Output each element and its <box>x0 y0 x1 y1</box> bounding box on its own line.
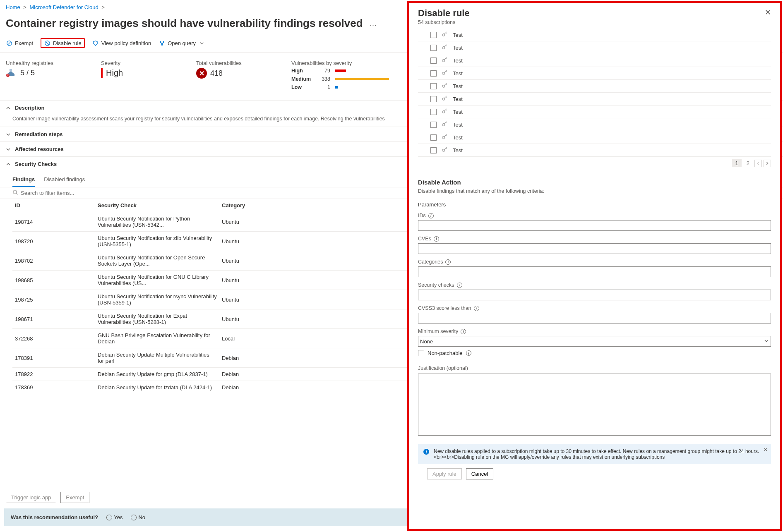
subscription-row[interactable]: Test <box>418 118 771 131</box>
high-bar <box>335 69 346 72</box>
table-cell: 198702 <box>12 251 95 271</box>
dismiss-icon[interactable]: ✕ <box>764 447 768 453</box>
checkbox-icon[interactable] <box>418 350 424 356</box>
checkbox-icon[interactable] <box>430 96 437 102</box>
checkbox-icon[interactable] <box>430 109 437 115</box>
non-patchable-row[interactable]: Non-patchable i <box>418 350 771 356</box>
checkbox-icon[interactable] <box>430 134 437 141</box>
svg-line-16 <box>446 33 447 34</box>
subscription-row[interactable]: Test <box>418 105 771 118</box>
severity-label: Severity <box>101 60 163 66</box>
search-input[interactable] <box>21 190 145 196</box>
exempt-label: Exempt <box>15 40 33 46</box>
security-checks-input[interactable] <box>418 290 771 300</box>
checkbox-icon[interactable] <box>430 147 437 153</box>
info-icon[interactable]: i <box>474 306 479 311</box>
page-2[interactable]: 2 <box>743 159 753 167</box>
disable-action-desc: Disable findings that match any of the f… <box>418 188 771 194</box>
more-actions-button[interactable]: … <box>370 19 378 28</box>
high-label: High <box>291 68 313 74</box>
checkbox-icon[interactable] <box>430 83 437 89</box>
table-cell: 198714 <box>12 212 95 232</box>
svg-line-22 <box>446 58 447 59</box>
medium-label: Medium <box>291 76 313 82</box>
svg-line-25 <box>446 71 447 72</box>
cvss-input[interactable] <box>418 313 771 324</box>
severity-value: High <box>101 68 163 78</box>
cves-input[interactable] <box>418 243 771 254</box>
parameters-label: Parameters <box>418 201 771 208</box>
vsev-medium-row: Medium 338 <box>291 76 389 82</box>
checkbox-icon[interactable] <box>430 58 437 64</box>
checkbox-icon[interactable] <box>430 70 437 77</box>
apply-rule-button[interactable]: Apply rule <box>427 468 462 479</box>
next-page-icon[interactable] <box>764 160 771 167</box>
svg-line-40 <box>446 135 447 136</box>
subscription-row[interactable]: Test <box>418 80 771 93</box>
info-icon[interactable]: i <box>466 350 471 356</box>
ids-input[interactable] <box>418 220 771 231</box>
subscription-row[interactable]: Test <box>418 131 771 144</box>
key-icon <box>442 95 448 103</box>
table-cell: GNU Bash Privilege Escalation Vulnerabil… <box>95 329 219 348</box>
col-id[interactable]: ID <box>12 199 95 212</box>
description-title: Description <box>15 105 45 111</box>
categories-input[interactable] <box>418 266 771 277</box>
checkbox-icon[interactable] <box>430 32 437 38</box>
breadcrumb-home[interactable]: Home <box>6 4 20 10</box>
security-checks-title: Security Checks <box>15 161 57 167</box>
breadcrumb-defender[interactable]: Microsoft Defender for Cloud <box>30 4 98 10</box>
exempt-bottom-button[interactable]: Exempt <box>60 492 89 503</box>
subscription-row[interactable]: Test <box>418 93 771 105</box>
low-label: Low <box>291 84 313 90</box>
subscription-row[interactable]: Test <box>418 41 771 54</box>
subscription-row[interactable]: Test <box>418 54 771 67</box>
svg-line-28 <box>446 84 447 85</box>
feedback-yes[interactable]: Yes <box>106 514 122 520</box>
tab-disabled-findings[interactable]: Disabled findings <box>44 174 85 187</box>
info-icon[interactable]: i <box>457 283 462 288</box>
feedback-no[interactable]: No <box>131 514 145 520</box>
feedback-question: Was this recommendation useful? <box>11 514 98 520</box>
subscription-row[interactable]: Test <box>418 29 771 41</box>
info-icon[interactable]: i <box>434 236 439 242</box>
subscription-name: Test <box>453 147 463 153</box>
categories-label: Categoriesi <box>418 259 771 265</box>
key-icon <box>442 57 448 64</box>
tab-findings[interactable]: Findings <box>12 174 35 187</box>
close-icon[interactable]: ✕ <box>765 8 771 17</box>
open-query-button[interactable]: Open query <box>159 40 205 46</box>
subscription-row[interactable]: Test <box>418 144 771 157</box>
subscription-name: Test <box>453 96 463 102</box>
vsev-low-row: Low 1 <box>291 84 389 90</box>
prev-page-icon[interactable] <box>754 160 762 167</box>
trigger-logic-app-button[interactable]: Trigger logic app <box>6 492 56 503</box>
table-cell: 178369 <box>12 381 95 394</box>
exempt-button[interactable]: Exempt <box>6 40 33 46</box>
min-severity-select[interactable]: None <box>418 336 771 347</box>
min-severity-label: Minimum severityi <box>418 328 771 334</box>
info-icon[interactable]: i <box>461 329 466 334</box>
checkbox-icon[interactable] <box>430 122 437 128</box>
subscription-row[interactable]: Test <box>418 67 771 80</box>
disable-action-title: Disable Action <box>418 179 771 186</box>
low-bar <box>335 86 338 89</box>
total-value: 418 <box>210 69 223 78</box>
info-icon[interactable]: i <box>445 259 451 265</box>
metric-vuln-by-severity: Vulnerabilities by severity High 79 Medi… <box>291 60 389 93</box>
info-icon[interactable]: i <box>428 213 434 218</box>
view-policy-button[interactable]: View policy definition <box>92 40 151 46</box>
key-icon <box>442 134 448 141</box>
table-cell: 198720 <box>12 232 95 251</box>
feedback-yes-label: Yes <box>114 514 122 520</box>
ids-label: IDsi <box>418 213 771 218</box>
col-security-check[interactable]: Security Check <box>95 199 219 212</box>
checkbox-icon[interactable] <box>430 45 437 51</box>
justification-textarea[interactable] <box>418 374 771 436</box>
page-1[interactable]: 1 <box>732 159 742 167</box>
disable-rule-button[interactable]: Disable rule <box>41 38 85 48</box>
key-icon <box>442 82 448 90</box>
svg-line-37 <box>446 122 447 123</box>
cancel-button[interactable]: Cancel <box>466 468 493 479</box>
search-icon <box>12 189 18 197</box>
